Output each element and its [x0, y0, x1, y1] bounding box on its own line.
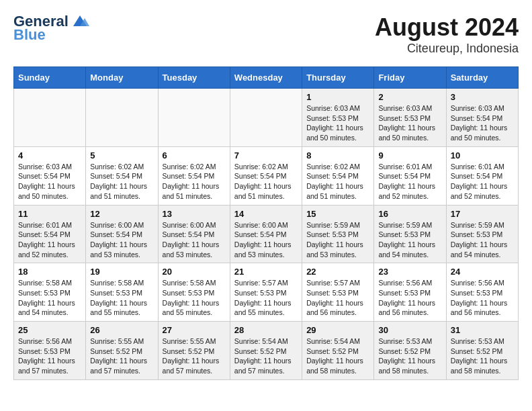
day-number-9: 9	[378, 150, 441, 161]
title-area: August 2024 Citeureup, Indonesia	[375, 13, 519, 56]
day-info-15: Sunrise: 5:59 AMSunset: 5:53 PMDaylight:…	[306, 220, 369, 260]
weekday-header-sunday: Sunday	[14, 67, 86, 89]
day-info-4: Sunrise: 6:03 AMSunset: 5:54 PMDaylight:…	[18, 162, 81, 201]
day-info-16: Sunrise: 5:59 AMSunset: 5:53 PMDaylight:…	[378, 220, 441, 260]
day-number-11: 11	[18, 209, 81, 219]
day-number-28: 28	[234, 325, 298, 335]
day-cell-19: 19Sunrise: 5:58 AMSunset: 5:53 PMDayligh…	[86, 263, 158, 322]
weekday-header-row: SundayMondayTuesdayWednesdayThursdayFrid…	[14, 67, 519, 89]
calendar-title: August 2024	[375, 13, 519, 42]
day-number-25: 25	[18, 325, 81, 335]
day-number-23: 23	[378, 267, 441, 277]
day-info-5: Sunrise: 6:02 AMSunset: 5:54 PMDaylight:…	[90, 162, 153, 201]
day-info-9: Sunrise: 6:01 AMSunset: 5:54 PMDaylight:…	[378, 162, 441, 201]
day-info-29: Sunrise: 5:54 AMSunset: 5:52 PMDaylight:…	[306, 336, 369, 376]
day-info-12: Sunrise: 6:00 AMSunset: 5:54 PMDaylight:…	[90, 220, 153, 260]
weekday-header-tuesday: Tuesday	[158, 67, 230, 89]
weekday-header-wednesday: Wednesday	[230, 67, 302, 89]
empty-cell	[86, 89, 158, 147]
day-number-17: 17	[451, 209, 514, 219]
day-cell-17: 17Sunrise: 5:59 AMSunset: 5:53 PMDayligh…	[446, 205, 518, 263]
calendar-table: SundayMondayTuesdayWednesdayThursdayFrid…	[13, 66, 519, 380]
week-row-1: 1Sunrise: 6:03 AMSunset: 5:53 PMDaylight…	[14, 89, 519, 147]
day-cell-5: 5Sunrise: 6:02 AMSunset: 5:54 PMDaylight…	[86, 146, 158, 205]
day-number-13: 13	[163, 209, 226, 219]
day-number-12: 12	[90, 209, 153, 219]
day-number-20: 20	[163, 267, 226, 277]
empty-cell	[14, 89, 86, 147]
day-number-1: 1	[306, 92, 369, 102]
day-cell-29: 29Sunrise: 5:54 AMSunset: 5:52 PMDayligh…	[302, 322, 374, 380]
day-number-5: 5	[90, 150, 153, 161]
day-cell-9: 9Sunrise: 6:01 AMSunset: 5:54 PMDaylight…	[374, 146, 446, 205]
day-number-8: 8	[306, 150, 369, 161]
day-cell-8: 8Sunrise: 6:02 AMSunset: 5:54 PMDaylight…	[302, 146, 374, 205]
day-cell-18: 18Sunrise: 5:58 AMSunset: 5:53 PMDayligh…	[14, 263, 86, 322]
week-row-4: 18Sunrise: 5:58 AMSunset: 5:53 PMDayligh…	[14, 263, 519, 322]
logo: General Blue	[13, 13, 90, 43]
day-cell-27: 27Sunrise: 5:55 AMSunset: 5:52 PMDayligh…	[158, 322, 230, 380]
day-info-19: Sunrise: 5:58 AMSunset: 5:53 PMDaylight:…	[90, 278, 153, 318]
day-cell-25: 25Sunrise: 5:56 AMSunset: 5:53 PMDayligh…	[14, 322, 86, 380]
day-number-26: 26	[90, 325, 153, 335]
weekday-header-saturday: Saturday	[446, 67, 518, 89]
day-info-3: Sunrise: 6:03 AMSunset: 5:54 PMDaylight:…	[451, 103, 514, 143]
calendar-subtitle: Citeureup, Indonesia	[375, 42, 519, 56]
day-number-7: 7	[234, 150, 298, 161]
day-number-6: 6	[163, 150, 226, 161]
day-info-11: Sunrise: 6:01 AMSunset: 5:54 PMDaylight:…	[18, 220, 81, 260]
day-info-14: Sunrise: 6:00 AMSunset: 5:54 PMDaylight:…	[234, 220, 298, 260]
day-info-1: Sunrise: 6:03 AMSunset: 5:53 PMDaylight:…	[306, 103, 369, 143]
day-info-22: Sunrise: 5:57 AMSunset: 5:53 PMDaylight:…	[306, 278, 369, 318]
empty-cell	[158, 89, 230, 147]
day-number-3: 3	[451, 92, 514, 102]
day-info-24: Sunrise: 5:56 AMSunset: 5:53 PMDaylight:…	[451, 278, 514, 318]
day-number-15: 15	[306, 209, 369, 219]
day-info-17: Sunrise: 5:59 AMSunset: 5:53 PMDaylight:…	[451, 220, 514, 260]
day-info-31: Sunrise: 5:53 AMSunset: 5:52 PMDaylight:…	[451, 336, 514, 376]
day-number-2: 2	[378, 92, 441, 102]
day-cell-12: 12Sunrise: 6:00 AMSunset: 5:54 PMDayligh…	[86, 205, 158, 263]
day-info-27: Sunrise: 5:55 AMSunset: 5:52 PMDaylight:…	[163, 336, 226, 376]
day-cell-1: 1Sunrise: 6:03 AMSunset: 5:53 PMDaylight…	[302, 89, 374, 147]
day-info-10: Sunrise: 6:01 AMSunset: 5:54 PMDaylight:…	[451, 162, 514, 201]
day-cell-30: 30Sunrise: 5:53 AMSunset: 5:52 PMDayligh…	[374, 322, 446, 380]
day-info-6: Sunrise: 6:02 AMSunset: 5:54 PMDaylight:…	[163, 162, 226, 201]
day-number-22: 22	[306, 267, 369, 277]
day-cell-16: 16Sunrise: 5:59 AMSunset: 5:53 PMDayligh…	[374, 205, 446, 263]
day-number-19: 19	[90, 267, 153, 277]
day-info-25: Sunrise: 5:56 AMSunset: 5:53 PMDaylight:…	[18, 336, 81, 376]
day-number-29: 29	[306, 325, 369, 335]
day-info-13: Sunrise: 6:00 AMSunset: 5:54 PMDaylight:…	[163, 220, 226, 260]
week-row-5: 25Sunrise: 5:56 AMSunset: 5:53 PMDayligh…	[14, 322, 519, 380]
day-info-20: Sunrise: 5:58 AMSunset: 5:53 PMDaylight:…	[163, 278, 226, 318]
day-cell-2: 2Sunrise: 6:03 AMSunset: 5:53 PMDaylight…	[374, 89, 446, 147]
weekday-header-thursday: Thursday	[302, 67, 374, 89]
week-row-3: 11Sunrise: 6:01 AMSunset: 5:54 PMDayligh…	[14, 205, 519, 263]
day-number-31: 31	[451, 325, 514, 335]
day-cell-24: 24Sunrise: 5:56 AMSunset: 5:53 PMDayligh…	[446, 263, 518, 322]
day-number-4: 4	[18, 150, 81, 161]
logo-text-sub: Blue	[13, 27, 90, 43]
day-cell-20: 20Sunrise: 5:58 AMSunset: 5:53 PMDayligh…	[158, 263, 230, 322]
day-cell-22: 22Sunrise: 5:57 AMSunset: 5:53 PMDayligh…	[302, 263, 374, 322]
day-info-7: Sunrise: 6:02 AMSunset: 5:54 PMDaylight:…	[234, 162, 298, 201]
header: General Blue August 2024 Citeureup, Indo…	[13, 13, 519, 56]
day-number-10: 10	[451, 150, 514, 161]
day-info-26: Sunrise: 5:55 AMSunset: 5:52 PMDaylight:…	[90, 336, 153, 376]
day-cell-28: 28Sunrise: 5:54 AMSunset: 5:52 PMDayligh…	[230, 322, 302, 380]
day-number-21: 21	[234, 267, 298, 277]
day-cell-7: 7Sunrise: 6:02 AMSunset: 5:54 PMDaylight…	[230, 146, 302, 205]
weekday-header-friday: Friday	[374, 67, 446, 89]
day-info-18: Sunrise: 5:58 AMSunset: 5:53 PMDaylight:…	[18, 278, 81, 318]
day-info-28: Sunrise: 5:54 AMSunset: 5:52 PMDaylight:…	[234, 336, 298, 376]
day-info-23: Sunrise: 5:56 AMSunset: 5:53 PMDaylight:…	[378, 278, 441, 318]
day-number-14: 14	[234, 209, 298, 219]
day-info-2: Sunrise: 6:03 AMSunset: 5:53 PMDaylight:…	[378, 103, 441, 143]
weekday-header-monday: Monday	[86, 67, 158, 89]
day-cell-6: 6Sunrise: 6:02 AMSunset: 5:54 PMDaylight…	[158, 146, 230, 205]
day-cell-14: 14Sunrise: 6:00 AMSunset: 5:54 PMDayligh…	[230, 205, 302, 263]
day-cell-4: 4Sunrise: 6:03 AMSunset: 5:54 PMDaylight…	[14, 146, 86, 205]
day-cell-3: 3Sunrise: 6:03 AMSunset: 5:54 PMDaylight…	[446, 89, 518, 147]
empty-cell	[230, 89, 302, 147]
